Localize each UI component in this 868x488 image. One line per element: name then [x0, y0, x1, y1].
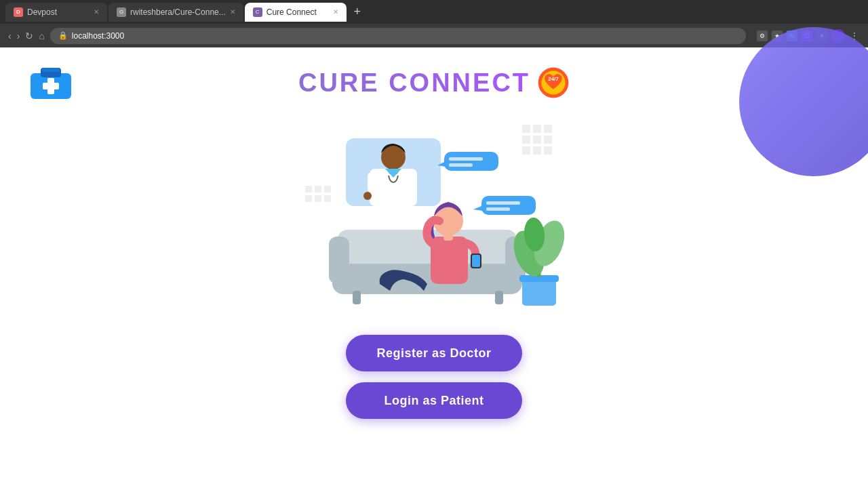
new-tab-button[interactable]: +: [348, 3, 367, 22]
svg-rect-8: [522, 125, 530, 133]
badge-247: 24/7: [537, 66, 570, 99]
tab-github-label: rwiteshbera/Cure-Conne...: [130, 7, 226, 17]
tab-cureconnect[interactable]: C Cure Connect ✕: [245, 3, 347, 22]
register-doctor-button[interactable]: Register as Doctor: [346, 335, 522, 371]
svg-rect-49: [486, 207, 510, 211]
svg-rect-38: [353, 291, 361, 304]
svg-rect-46: [481, 196, 536, 215]
svg-rect-13: [544, 136, 552, 144]
svg-rect-3: [43, 83, 59, 89]
tab-github-close[interactable]: ✕: [230, 8, 235, 16]
tab-devpost[interactable]: D Devpost ✕: [5, 3, 107, 22]
svg-rect-48: [486, 201, 520, 205]
browser-chrome: D Devpost ✕ G rwiteshbera/Cure-Conne... …: [0, 0, 868, 47]
svg-rect-16: [544, 146, 552, 155]
url-input[interactable]: 🔒 localhost:3000: [50, 28, 746, 44]
svg-rect-22: [324, 195, 331, 202]
home-button[interactable]: ⌂: [39, 30, 44, 41]
svg-rect-40: [431, 237, 468, 284]
tab-bar: D Devpost ✕ G rwiteshbera/Cure-Conne... …: [0, 0, 868, 24]
svg-rect-10: [544, 125, 552, 133]
app-content: CURE CONNECT 24/7: [0, 47, 868, 488]
svg-text:24/7: 24/7: [548, 76, 559, 82]
svg-rect-32: [449, 157, 483, 161]
svg-rect-21: [315, 195, 321, 202]
ext-icon-1[interactable]: ⚙: [757, 30, 768, 41]
svg-point-29: [363, 192, 372, 200]
svg-rect-45: [472, 255, 480, 267]
back-button[interactable]: ‹: [8, 30, 12, 41]
address-bar: ‹ › ↻ ⌂ 🔒 localhost:3000 ⚙ ★ N 🛡 ✦ ⋮: [0, 24, 868, 47]
svg-rect-19: [324, 186, 331, 192]
illustration-area: [264, 118, 604, 321]
svg-rect-20: [305, 195, 312, 202]
svg-rect-15: [533, 146, 541, 155]
svg-rect-33: [449, 163, 473, 167]
url-text: localhost:3000: [72, 31, 124, 41]
header: CURE CONNECT 24/7: [0, 47, 868, 111]
svg-rect-18: [315, 186, 321, 192]
svg-rect-11: [522, 136, 530, 144]
tab-cureconnect-close[interactable]: ✕: [333, 8, 338, 16]
tab-devpost-label: Devpost: [27, 7, 57, 17]
svg-rect-14: [522, 146, 530, 155]
buttons-area: Register as Doctor Login as Patient: [346, 335, 522, 419]
svg-rect-9: [533, 125, 541, 133]
svg-rect-30: [444, 152, 498, 171]
svg-rect-4: [42, 68, 60, 72]
forward-button[interactable]: ›: [17, 30, 20, 41]
app-title: CURE CONNECT: [298, 68, 530, 98]
header-title-area: CURE CONNECT 24/7: [75, 66, 793, 99]
svg-rect-39: [495, 291, 503, 304]
app-logo: [27, 61, 75, 104]
tab-devpost-close[interactable]: ✕: [94, 8, 99, 16]
login-patient-button[interactable]: Login as Patient: [346, 382, 522, 419]
svg-rect-36: [329, 237, 349, 284]
reload-button[interactable]: ↻: [25, 30, 33, 41]
svg-rect-28: [368, 172, 378, 192]
svg-rect-17: [305, 186, 312, 192]
svg-rect-12: [533, 136, 541, 144]
svg-marker-47: [473, 206, 483, 211]
tab-github[interactable]: G rwiteshbera/Cure-Conne... ✕: [108, 3, 243, 22]
tab-cureconnect-label: Cure Connect: [267, 7, 317, 17]
